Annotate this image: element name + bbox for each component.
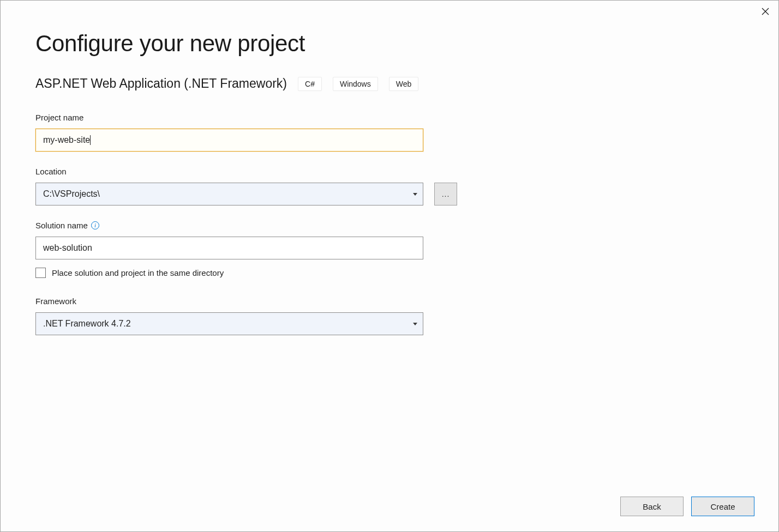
create-label: Create xyxy=(710,502,735,511)
project-name-input[interactable]: my-web-site xyxy=(35,129,423,152)
template-row: ASP.NET Web Application (.NET Framework)… xyxy=(35,76,744,91)
back-button[interactable]: Back xyxy=(620,497,684,516)
project-name-group: Project name my-web-site xyxy=(35,113,744,152)
back-label: Back xyxy=(643,502,661,511)
button-bar: Back Create xyxy=(620,497,754,516)
page-title: Configure your new project xyxy=(35,31,744,57)
same-dir-row: Place solution and project in the same d… xyxy=(35,268,744,278)
solution-name-input[interactable] xyxy=(35,237,423,259)
info-icon[interactable]: i xyxy=(91,221,99,229)
location-value: C:\VSProjects\ xyxy=(43,189,413,199)
location-combobox[interactable]: C:\VSProjects\ xyxy=(35,183,423,205)
text-cursor xyxy=(90,135,91,145)
framework-combobox[interactable]: .NET Framework 4.7.2 xyxy=(35,312,423,335)
browse-label: ... xyxy=(442,190,450,198)
framework-label: Framework xyxy=(35,297,744,306)
close-button[interactable] xyxy=(760,6,771,17)
same-dir-checkbox[interactable] xyxy=(35,268,46,278)
solution-name-label: Solution name xyxy=(35,221,88,230)
solution-name-group: Solution name i Place solution and proje… xyxy=(35,221,744,278)
location-row: C:\VSProjects\ ... xyxy=(35,183,744,205)
create-button[interactable]: Create xyxy=(691,497,754,516)
template-name: ASP.NET Web Application (.NET Framework) xyxy=(35,76,287,91)
browse-button[interactable]: ... xyxy=(434,183,457,205)
tag-web: Web xyxy=(389,77,419,91)
dialog-content: Configure your new project ASP.NET Web A… xyxy=(1,1,778,335)
same-dir-label: Place solution and project in the same d… xyxy=(52,268,224,277)
tag-windows: Windows xyxy=(333,77,378,91)
framework-group: Framework .NET Framework 4.7.2 xyxy=(35,297,744,335)
project-name-value: my-web-site xyxy=(43,135,90,145)
tag-csharp: C# xyxy=(298,77,322,91)
location-label: Location xyxy=(35,167,744,176)
chevron-down-icon xyxy=(413,193,417,196)
project-name-label: Project name xyxy=(35,113,744,122)
dialog-window: Configure your new project ASP.NET Web A… xyxy=(0,0,779,532)
framework-value: .NET Framework 4.7.2 xyxy=(43,319,413,329)
location-group: Location C:\VSProjects\ ... xyxy=(35,167,744,205)
close-icon xyxy=(762,8,769,15)
chevron-down-icon xyxy=(413,323,417,325)
